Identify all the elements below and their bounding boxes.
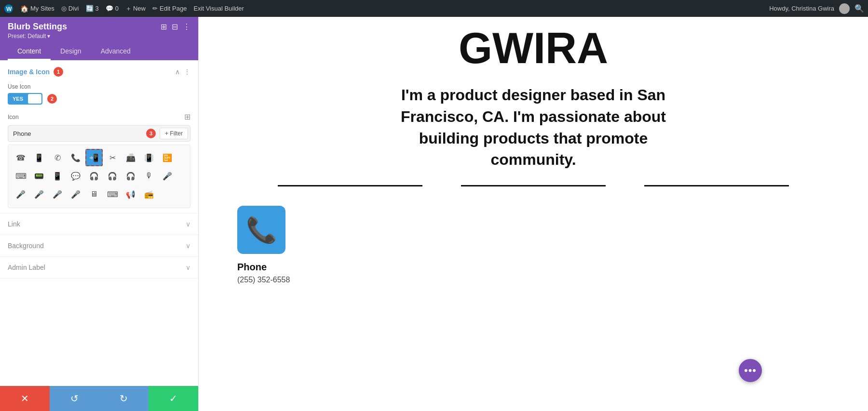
icon-cell-radio[interactable]: 📻 — [140, 186, 158, 203]
site-title: GWIRA — [228, 27, 839, 70]
icon-cell-phone5-selected[interactable]: 📲 — [85, 149, 103, 166]
badge-1: 1 — [54, 67, 63, 77]
wp-logo[interactable]: W — [4, 4, 14, 13]
blurb-icon-wrapper: 📞 — [237, 206, 285, 254]
panel-preset[interactable]: Preset: Default ▾ — [8, 33, 190, 40]
icon-cell-headphones2[interactable]: 🎧 — [104, 167, 121, 185]
icon-cell-phone4[interactable]: 📞 — [67, 149, 84, 166]
fab-button[interactable]: ••• — [739, 359, 762, 382]
more-icon[interactable]: ⋮ — [183, 22, 190, 31]
icon-cell-headphones3[interactable]: 🎧 — [122, 167, 139, 185]
icon-cell-speaker[interactable]: 📢 — [122, 186, 139, 203]
icon-cell-mic6[interactable]: 🎤 — [67, 186, 84, 203]
icon-cell-mic2[interactable]: 🎤 — [159, 167, 176, 185]
new-menu[interactable]: ＋ New — [125, 4, 146, 13]
badge-3: 3 — [146, 129, 156, 138]
tab-content[interactable]: Content — [8, 43, 51, 60]
section-title-image-icon: Image & Icon 1 — [8, 67, 63, 77]
icon-cell-headphones1[interactable]: 🎧 — [85, 167, 103, 185]
bottom-bar: ✕ ↺ ↻ ✓ — [0, 386, 198, 411]
icon-cell-mic5[interactable]: 🎤 — [49, 186, 66, 203]
link-section[interactable]: Link ∨ — [0, 213, 198, 235]
badge-2: 2 — [47, 94, 57, 104]
icon-picker: Icon ⊞ 3 + Filter ☎ — [0, 109, 198, 213]
admin-bar-right: Howdy, Christina Gwira 🔍 — [769, 3, 864, 14]
fab-dots-icon: ••• — [744, 364, 757, 377]
expand-icon[interactable]: ⊞ — [161, 22, 167, 31]
my-sites-link[interactable]: 🏠 My Sites — [20, 5, 54, 13]
edit-page-link[interactable]: ✏ Edit Page — [152, 5, 187, 12]
avatar — [839, 3, 850, 14]
divider-1 — [278, 185, 422, 186]
icon-label: Icon — [8, 114, 19, 120]
redo-button[interactable]: ↻ — [99, 386, 149, 411]
icon-expand-btn[interactable]: ⊞ — [184, 112, 190, 121]
panel-header: Blurb Settings ⊞ ⊟ ⋮ Preset: Default ▾ C… — [0, 17, 198, 60]
blurb-phone-icon: 📞 — [246, 215, 277, 245]
dividers-row — [199, 180, 868, 191]
section-header-image-icon[interactable]: Image & Icon 1 ∧ ⋮ — [0, 60, 198, 81]
main-layout: Blurb Settings ⊞ ⊟ ⋮ Preset: Default ▾ C… — [0, 17, 868, 411]
icon-cell-mic4[interactable]: 🎤 — [30, 186, 48, 203]
icon-cell-phone8[interactable]: 📳 — [140, 149, 158, 166]
panel-body: Image & Icon 1 ∧ ⋮ Use Icon YES — [0, 60, 198, 386]
icon-cell-mic1[interactable]: 🎙 — [140, 167, 158, 185]
panel-title-icons: ⊞ ⊟ ⋮ — [161, 22, 190, 31]
filter-button[interactable]: + Filter — [160, 128, 188, 139]
divider-2 — [461, 185, 606, 186]
undo-button[interactable]: ↺ — [50, 386, 99, 411]
icon-cell-phone9[interactable]: 📴 — [159, 149, 176, 166]
icon-cell-phone3[interactable]: ✆ — [49, 149, 66, 166]
use-icon-field: Use Icon YES 2 — [0, 81, 198, 109]
icon-cell-phone2[interactable]: 📱 — [30, 149, 48, 166]
icon-cell-keyboard2[interactable]: ⌨ — [104, 186, 121, 203]
toggle-row: YES 2 — [8, 93, 190, 105]
panel-title: Blurb Settings — [8, 22, 67, 32]
search-icon[interactable]: 🔍 — [854, 4, 864, 13]
use-icon-label: Use Icon — [8, 83, 190, 90]
collapse-icon[interactable]: ∧ — [175, 68, 180, 76]
link-label: Link — [8, 220, 20, 228]
exit-visual-builder-btn[interactable]: Exit Visual Builder — [193, 5, 244, 12]
panel-tabs: Content Design Advanced — [8, 43, 190, 60]
icon-cell-phone1[interactable]: ☎ — [12, 149, 29, 166]
icon-grid: ☎ 📱 ✆ 📞 📲 ✂ 📠 📳 📴 ⌨ — [8, 145, 190, 208]
icon-cell-mic3[interactable]: 🎤 — [12, 186, 29, 203]
panel-title-row: Blurb Settings ⊞ ⊟ ⋮ — [8, 22, 190, 32]
tab-advanced[interactable]: Advanced — [91, 43, 140, 60]
section-more-icon[interactable]: ⋮ — [184, 68, 190, 76]
background-section[interactable]: Background ∨ — [0, 235, 198, 257]
main-content: GWIRA I'm a product designer based in Sa… — [199, 17, 868, 411]
tab-design[interactable]: Design — [51, 43, 91, 60]
icon-picker-label-row: Icon ⊞ — [8, 112, 190, 121]
admin-label-label: Admin Label — [8, 264, 45, 271]
blurb-area: 📞 Phone (255) 352-6558 — [199, 191, 868, 299]
cancel-button[interactable]: ✕ — [0, 386, 50, 411]
icon-row-3: 🎤 🎤 🎤 🎤 🖥 ⌨ 📢 📻 — [12, 186, 186, 203]
comment-count-link[interactable]: 💬 0 — [106, 5, 119, 12]
icon-search-row: 3 + Filter — [8, 125, 190, 142]
divider-3 — [644, 185, 789, 186]
background-label: Background — [8, 242, 44, 250]
comments-link[interactable]: 🔄 3 — [86, 5, 99, 12]
hero-text: I'm a product designer based in San Fran… — [316, 70, 750, 180]
icon-row-1: ☎ 📱 ✆ 📞 📲 ✂ 📠 📳 📴 — [12, 149, 186, 166]
icon-cell-phone6[interactable]: ✂ — [104, 149, 121, 166]
link-chevron: ∨ — [186, 220, 190, 228]
save-button[interactable]: ✓ — [149, 386, 198, 411]
icon-cell-monitor[interactable]: 🖥 — [85, 186, 103, 203]
blurb-title: Phone — [237, 262, 267, 273]
admin-bar: W 🏠 My Sites ◎ Divi 🔄 3 💬 0 ＋ New ✏ Edit… — [0, 0, 868, 17]
icon-cell-phone7[interactable]: 📠 — [122, 149, 139, 166]
admin-label-section[interactable]: Admin Label ∨ — [0, 257, 198, 278]
icon-cell-chat[interactable]: 💬 — [67, 167, 84, 185]
divi-link[interactable]: ◎ Divi — [61, 5, 79, 12]
icon-cell-keyboard[interactable]: ⌨ — [12, 167, 29, 185]
icon-cell-house[interactable]: 📟 — [30, 167, 48, 185]
admin-label-chevron: ∨ — [186, 264, 190, 271]
use-icon-toggle[interactable]: YES — [8, 93, 42, 105]
icon-search-input[interactable] — [8, 127, 144, 140]
background-chevron: ∨ — [186, 242, 190, 250]
icon-cell-mobile[interactable]: 📱 — [49, 167, 66, 185]
columns-icon[interactable]: ⊟ — [172, 22, 178, 31]
